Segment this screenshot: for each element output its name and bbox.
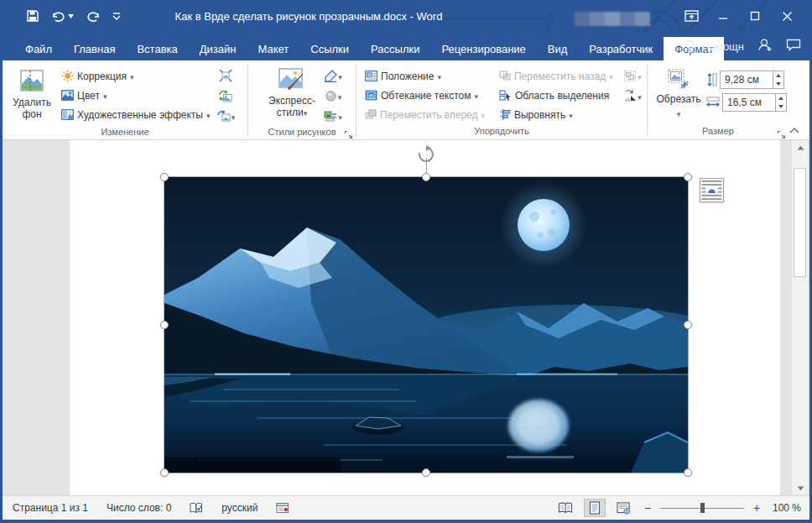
tab-layout[interactable]: Макет [247, 37, 299, 60]
picture-effects-icon [325, 90, 337, 102]
save-button[interactable] [26, 9, 39, 23]
zoom-in-button[interactable]: + [752, 501, 762, 515]
ribbon: Удалить фон Коррекция Цвет [3, 60, 809, 140]
tab-developer[interactable]: Разработчик [578, 37, 664, 60]
layout-options-icon [700, 179, 723, 201]
read-mode-icon [558, 502, 573, 514]
bring-forward-button[interactable]: Переместить вперед [362, 105, 494, 124]
resize-handle-bottom-center[interactable] [422, 468, 430, 477]
align-label: Выровнять [514, 109, 565, 121]
crop-button[interactable]: Обрезать [653, 65, 705, 123]
web-layout-button[interactable] [613, 499, 635, 517]
tab-file[interactable]: Файл [14, 37, 63, 60]
maximize-button[interactable] [739, 0, 771, 32]
correction-button[interactable]: Коррекция [58, 66, 213, 86]
vertical-scrollbar[interactable] [791, 140, 808, 495]
wrap-text-button[interactable]: Обтекание текстом [362, 86, 494, 105]
correction-label: Коррекция [77, 71, 127, 82]
selected-picture[interactable] [164, 177, 688, 473]
undo-button[interactable] [51, 10, 74, 23]
size-dialog-launcher[interactable] [777, 128, 787, 138]
dropdown-caret-icon [677, 105, 681, 120]
picture-effects-button[interactable] [324, 86, 342, 105]
rotation-handle[interactable] [417, 145, 435, 164]
resize-handle-top-right[interactable] [684, 173, 692, 181]
macro-record-button[interactable] [276, 502, 289, 514]
picture-layout-icon [324, 110, 337, 123]
comments-button[interactable] [786, 39, 801, 55]
share-button[interactable] [757, 38, 773, 55]
tab-view[interactable]: Вид [537, 37, 579, 60]
remove-background-label: Удалить фон [12, 97, 52, 120]
remove-background-button[interactable]: Удалить фон [8, 65, 56, 123]
print-layout-button[interactable] [584, 499, 606, 517]
height-increase-button[interactable] [773, 71, 783, 80]
dropdown-caret-icon [609, 71, 613, 82]
width-decrease-button[interactable] [776, 102, 786, 111]
resize-handle-bottom-right[interactable] [684, 468, 692, 477]
compress-pictures-button[interactable] [216, 66, 235, 85]
send-backward-label: Переместить назад [514, 71, 606, 82]
title-bar: Как в Врде сделать рисунок прозрачным.do… [3, 0, 809, 32]
proofing-status-button[interactable] [190, 502, 203, 515]
scrollbar-thumb[interactable] [794, 168, 806, 277]
artistic-effects-button[interactable]: Художественные эффекты [58, 105, 213, 124]
color-button[interactable]: Цвет [58, 86, 213, 105]
tab-review[interactable]: Рецензирование [430, 37, 536, 60]
blur-segment [605, 12, 620, 26]
ribbon-display-options-button[interactable] [675, 0, 707, 32]
layout-options-button[interactable] [700, 178, 724, 202]
zoom-slider[interactable] [660, 503, 744, 513]
height-decrease-button[interactable] [773, 80, 783, 88]
change-picture-button[interactable] [216, 86, 235, 105]
position-button[interactable]: Положение [362, 66, 494, 86]
tab-mailings[interactable]: Рассылки [360, 37, 430, 60]
width-increase-button[interactable] [776, 94, 786, 102]
ribbon-tab-bar: Файл Главная Вставка Дизайн Макет Ссылки… [3, 32, 809, 60]
zoom-level[interactable]: 100 % [773, 502, 801, 514]
tell-me-assistant[interactable]: Помощн [684, 39, 744, 54]
width-input[interactable]: 16,5 см [722, 93, 776, 112]
artistic-effects-label: Художественные эффекты [77, 109, 203, 121]
resize-handle-top-center[interactable] [422, 173, 430, 181]
zoom-slider-thumb[interactable] [700, 503, 705, 513]
reset-picture-button[interactable] [216, 107, 235, 125]
save-icon [26, 9, 39, 23]
tab-insert[interactable]: Вставка [126, 37, 188, 60]
picture-styles-dialog-launcher[interactable] [344, 128, 354, 138]
minimize-button[interactable] [707, 0, 739, 32]
color-picture-icon [61, 90, 74, 101]
quick-styles-button[interactable]: Экспресс-стили [262, 65, 322, 122]
align-button[interactable]: Выровнять [496, 105, 622, 124]
word-count[interactable]: Число слов: 0 [107, 502, 171, 514]
collapse-ribbon-button[interactable] [789, 124, 799, 136]
change-picture-icon [219, 90, 232, 102]
rotate-objects-button[interactable] [623, 86, 642, 105]
zoom-out-button[interactable]: − [643, 501, 653, 515]
tab-design[interactable]: Дизайн [189, 37, 247, 60]
resize-handle-middle-right[interactable] [684, 321, 692, 329]
language-indicator[interactable]: русский [221, 502, 258, 514]
send-backward-button[interactable]: Переместить назад [496, 66, 622, 86]
scroll-up-button[interactable] [792, 140, 809, 154]
resize-handle-middle-left[interactable] [160, 321, 169, 329]
height-input[interactable]: 9,28 см [720, 71, 773, 89]
dropdown-caret-icon [338, 68, 342, 83]
close-button[interactable] [771, 0, 803, 32]
page-indicator[interactable]: Страница 1 из 1 [13, 502, 88, 514]
customize-qat-button[interactable] [112, 12, 121, 20]
bring-forward-label: Переместить вперед [380, 109, 477, 121]
resize-handle-bottom-left[interactable] [160, 468, 169, 477]
redo-button[interactable] [86, 10, 101, 23]
tab-home[interactable]: Главная [63, 37, 126, 60]
scroll-down-button[interactable] [792, 481, 809, 495]
group-objects-button[interactable] [623, 66, 642, 85]
read-mode-button[interactable] [554, 499, 576, 517]
resize-handle-top-left[interactable] [160, 173, 169, 181]
height-spinner [773, 71, 784, 89]
picture-layout-button[interactable] [324, 107, 342, 125]
tab-references[interactable]: Ссылки [299, 37, 360, 60]
document-area[interactable] [3, 140, 809, 495]
selection-pane-button[interactable]: Область выделения [496, 86, 622, 105]
picture-border-button[interactable] [324, 66, 342, 85]
